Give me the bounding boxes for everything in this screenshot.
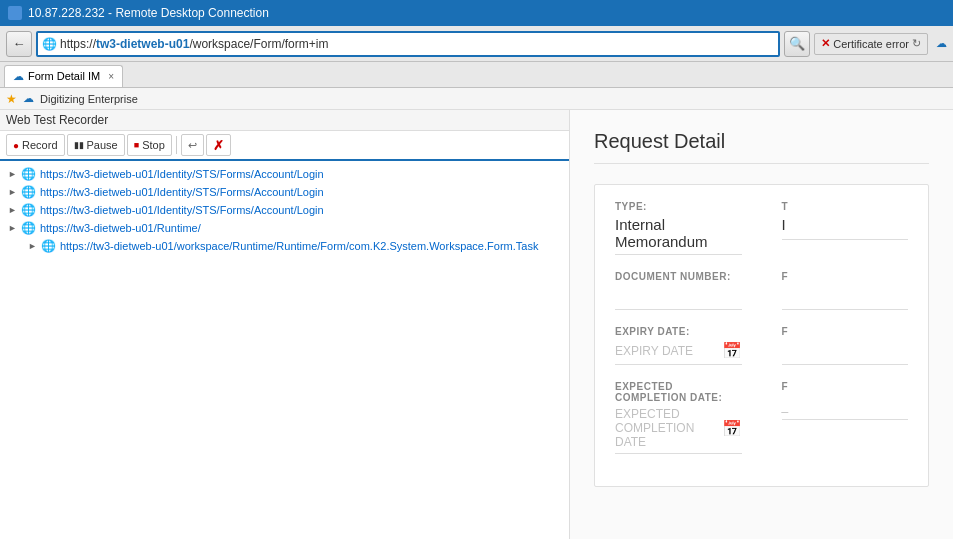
- expand-icon[interactable]: ►: [28, 241, 37, 251]
- type-row: TYPE: Internal Memorandum T I: [615, 201, 908, 255]
- record-button[interactable]: ● Record: [6, 134, 65, 156]
- back-button[interactable]: ←: [6, 31, 32, 57]
- item-url: https://tw3-dietweb-u01/Identity/STS/For…: [40, 204, 324, 216]
- expiry-label: EXPIRY DATE:: [615, 326, 742, 337]
- expand-icon[interactable]: ►: [8, 187, 17, 197]
- expected-right-input[interactable]: _: [782, 396, 909, 420]
- recorder-toolbar: ● Record ▮▮ Pause ■ Stop ↩ ✗: [0, 131, 569, 161]
- expand-icon[interactable]: ►: [8, 223, 17, 233]
- expected-input[interactable]: EXPECTED COMPLETION DATE 📅: [615, 407, 742, 454]
- expiry-placeholder: EXPIRY DATE: [615, 344, 718, 358]
- delete-button[interactable]: ✗: [206, 134, 231, 156]
- expiry-right-input[interactable]: [782, 341, 909, 365]
- address-text: https://tw3-dietweb-u01/workspace/Form/f…: [60, 37, 774, 51]
- record-icon: ●: [13, 140, 19, 151]
- recorder-list: ► 🌐 https://tw3-dietweb-u01/Identity/STS…: [0, 161, 569, 259]
- recorder-header: Web Test Recorder: [0, 110, 569, 131]
- expected-row: EXPECTED COMPLETION DATE: EXPECTED COMPL…: [615, 381, 908, 454]
- main-content: Web Test Recorder ● Record ▮▮ Pause ■ St…: [0, 110, 953, 539]
- tab-icon: ☁: [13, 70, 24, 83]
- expiry-right-label: F: [782, 326, 909, 337]
- expected-right-placeholder: _: [782, 399, 909, 413]
- globe-icon: 🌐: [21, 167, 36, 181]
- list-item[interactable]: ► 🌐 https://tw3-dietweb-u01/Identity/STS…: [0, 201, 569, 219]
- item-url: https://tw3-dietweb-u01/workspace/Runtim…: [60, 240, 538, 252]
- favorites-star-icon: ★: [6, 92, 17, 106]
- type-value: Internal Memorandum: [615, 216, 742, 255]
- pause-icon: ▮▮: [74, 140, 84, 150]
- type-field: TYPE: Internal Memorandum: [615, 201, 742, 255]
- globe-icon: 🌐: [41, 239, 56, 253]
- expiry-field: EXPIRY DATE: EXPIRY DATE 📅: [615, 326, 742, 365]
- favorites-ie-icon: ☁: [23, 92, 34, 105]
- list-item[interactable]: ► 🌐 https://tw3-dietweb-u01/Identity/STS…: [0, 165, 569, 183]
- back-recorder-icon: ↩: [188, 139, 197, 152]
- expiry-row: EXPIRY DATE: EXPIRY DATE 📅 F: [615, 326, 908, 365]
- type-right-field: T I: [782, 201, 909, 255]
- address-bar[interactable]: 🌐 https://tw3-dietweb-u01/workspace/Form…: [36, 31, 780, 57]
- type-label: TYPE:: [615, 201, 742, 212]
- doc-right-input[interactable]: [782, 286, 909, 310]
- pause-button[interactable]: ▮▮ Pause: [67, 134, 125, 156]
- globe-icon: 🌐: [21, 185, 36, 199]
- expected-right-field: F _: [782, 381, 909, 454]
- stop-button[interactable]: ■ Stop: [127, 134, 172, 156]
- expected-right-label: F: [782, 381, 909, 392]
- title-bar-text: 10.87.228.232 - Remote Desktop Connectio…: [28, 6, 269, 20]
- cert-error-button[interactable]: ✕ Certificate error ↻: [814, 33, 928, 55]
- item-url: https://tw3-dietweb-u01/Identity/STS/For…: [40, 186, 324, 198]
- tab-form-detail[interactable]: ☁ Form Detail IM ×: [4, 65, 123, 87]
- document-row: DOCUMENT NUMBER: F: [615, 271, 908, 310]
- type-right-value: I: [782, 216, 909, 240]
- expiry-right-field: F: [782, 326, 909, 365]
- expected-field: EXPECTED COMPLETION DATE: EXPECTED COMPL…: [615, 381, 742, 454]
- tab-bar: ☁ Form Detail IM ×: [0, 62, 953, 88]
- delete-icon: ✗: [213, 138, 224, 153]
- expiry-input[interactable]: EXPIRY DATE 📅: [615, 341, 742, 365]
- favorites-text: Digitizing Enterprise: [40, 93, 138, 105]
- cert-refresh-icon: ↻: [912, 37, 921, 50]
- list-item[interactable]: ► 🌐 https://tw3-dietweb-u01/Runtime/: [0, 219, 569, 237]
- search-button[interactable]: 🔍: [784, 31, 810, 57]
- recorder-panel: Web Test Recorder ● Record ▮▮ Pause ■ St…: [0, 110, 570, 539]
- expand-icon[interactable]: ►: [8, 205, 17, 215]
- list-item[interactable]: ► 🌐 https://tw3-dietweb-u01/workspace/Ru…: [0, 237, 569, 255]
- favorites-bar: ★ ☁ Digitizing Enterprise: [0, 88, 953, 110]
- expected-label: EXPECTED COMPLETION DATE:: [615, 381, 742, 403]
- ie-logo: ☁: [936, 37, 947, 50]
- tab-label: Form Detail IM: [28, 70, 100, 82]
- recorder-title: Web Test Recorder: [6, 113, 108, 127]
- record-label: Record: [22, 139, 57, 151]
- stop-icon: ■: [134, 140, 139, 150]
- right-panel: Request Detail TYPE: Internal Memorandum…: [570, 110, 953, 539]
- item-url: https://tw3-dietweb-u01/Identity/STS/For…: [40, 168, 324, 180]
- form-card: TYPE: Internal Memorandum T I DOCUMENT N…: [594, 184, 929, 487]
- expand-icon[interactable]: ►: [8, 169, 17, 179]
- document-label: DOCUMENT NUMBER:: [615, 271, 742, 282]
- pause-label: Pause: [87, 139, 118, 151]
- title-bar: 10.87.228.232 - Remote Desktop Connectio…: [0, 0, 953, 26]
- expected-calendar-icon[interactable]: 📅: [722, 419, 742, 438]
- cert-x-icon: ✕: [821, 37, 830, 50]
- doc-right-label: F: [782, 271, 909, 282]
- doc-right-field: F: [782, 271, 909, 310]
- back-recorder-button[interactable]: ↩: [181, 134, 204, 156]
- globe-icon: 🌐: [21, 221, 36, 235]
- browser-toolbar: ← 🌐 https://tw3-dietweb-u01/workspace/Fo…: [0, 26, 953, 62]
- ie-icon: 🌐: [42, 37, 56, 51]
- page-title: Request Detail: [594, 130, 929, 164]
- rdp-icon: [8, 6, 22, 20]
- expiry-calendar-icon[interactable]: 📅: [722, 341, 742, 360]
- stop-label: Stop: [142, 139, 165, 151]
- list-item[interactable]: ► 🌐 https://tw3-dietweb-u01/Identity/STS…: [0, 183, 569, 201]
- document-field: DOCUMENT NUMBER:: [615, 271, 742, 310]
- tab-close-button[interactable]: ×: [108, 71, 114, 82]
- document-input[interactable]: [615, 286, 742, 310]
- toolbar-separator: [176, 136, 177, 154]
- globe-icon: 🌐: [21, 203, 36, 217]
- type-right-label: T: [782, 201, 909, 212]
- item-url: https://tw3-dietweb-u01/Runtime/: [40, 222, 201, 234]
- expected-placeholder: EXPECTED COMPLETION DATE: [615, 407, 718, 449]
- cert-error-label: Certificate error: [833, 38, 909, 50]
